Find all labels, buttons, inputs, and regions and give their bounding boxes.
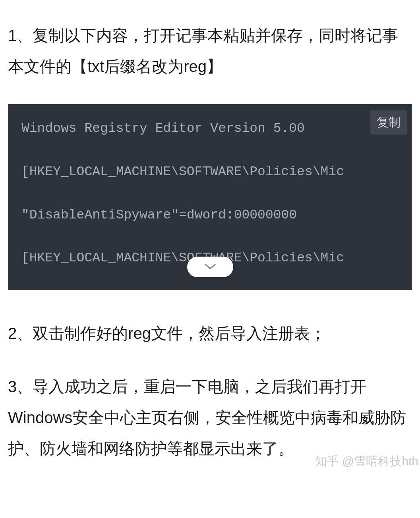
step-2-text: 2、双击制作好的reg文件，然后导入注册表；: [8, 318, 412, 349]
code-line-2: [HKEY_LOCAL_MACHINE\SOFTWARE\Policies\Mi…: [21, 162, 399, 183]
step-1-text: 1、复制以下内容，打开记事本粘贴并保存，同时将记事本文件的【txt后缀名改为re…: [8, 20, 412, 82]
expand-button[interactable]: [187, 257, 233, 277]
chevron-down-icon: [204, 263, 217, 272]
copy-button[interactable]: 复制: [370, 110, 407, 135]
watermark: 知乎 @雪晴科技hth: [315, 453, 419, 470]
step-3-text: 3、导入成功之后，重启一下电脑，之后我们再打开Windows安全中心主页右侧，安…: [8, 371, 412, 464]
code-line-3: "DisableAntiSpyware"=dword:00000000: [21, 205, 399, 226]
code-block-container: Windows Registry Editor Version 5.00[HKE…: [8, 104, 412, 290]
code-line-1: Windows Registry Editor Version 5.00: [21, 118, 399, 139]
